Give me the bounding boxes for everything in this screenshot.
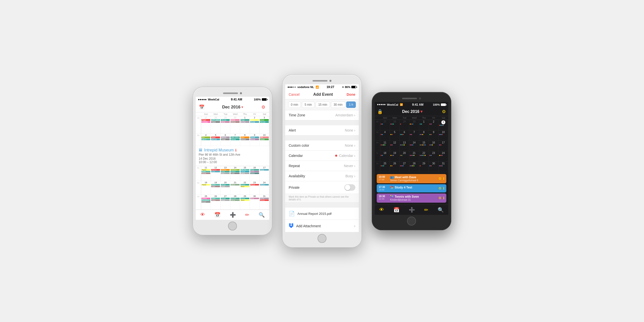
cal-day-dec7[interactable]: 7 JEK-CPH Noma <box>230 134 240 146</box>
phone3-month-title[interactable]: Dec 2016 ▾ <box>402 109 422 114</box>
event-gear-study[interactable]: ⚙ <box>438 186 442 190</box>
cal-day-dec12[interactable]: 12 Pack E Conc <box>211 166 220 181</box>
cal-day-nov28[interactable]: 28 CPT-AMS Table <box>211 116 220 133</box>
repeat-row[interactable]: Repeat Never › <box>285 161 359 171</box>
cal-day-dec9[interactable]: 9 Devel Movie <box>250 134 260 146</box>
dark-day-nov30[interactable]: 30 <box>409 120 419 130</box>
cal-day-dec31[interactable]: 31 A-Fus Phone <box>260 195 269 209</box>
dark-day-dec4[interactable]: 4 <box>380 130 390 140</box>
dark-day-nov29[interactable]: 29 <box>400 120 409 130</box>
nav-calendar[interactable]: 📅 <box>214 212 220 218</box>
phone3-settings-icon[interactable]: ⚙ <box>442 109 446 114</box>
dark-day-dec30[interactable]: 30 <box>429 162 438 172</box>
event-info-btn-tennis[interactable]: ℹ <box>443 196 444 200</box>
cal-day-dec14[interactable]: 14 Caledon Shopp Casb <box>230 166 240 181</box>
event-card-study[interactable]: 17:30 19:00 📚 Study 4 Test ⚙ ℹ <box>377 184 446 192</box>
dark-day-dec15[interactable]: 15 <box>419 141 429 151</box>
cal-day-dec17[interactable]: 17 Study <box>260 166 269 181</box>
p3-nav-add[interactable]: ➕ <box>409 207 415 213</box>
cal-day-dec27[interactable]: 27 Shopp Plane <box>220 195 230 209</box>
chip-0min[interactable]: 0 min <box>288 102 301 108</box>
private-toggle[interactable] <box>344 184 355 191</box>
event-info-btn-study[interactable]: ℹ <box>443 186 444 190</box>
p3-nav-edit[interactable]: ✏ <box>424 207 428 213</box>
cal-day-dec16[interactable]: 16 Kaap Lemo Harbo <box>250 166 260 181</box>
dark-day-dec8[interactable]: 8 <box>419 130 429 140</box>
cal-day-dec13[interactable]: 13 Holiday Hotel City T <box>220 166 230 181</box>
cal-day-dec11[interactable]: 11 Payda Platfo Tennis <box>201 166 211 181</box>
calendar-icon-left[interactable]: 📅 <box>198 104 205 111</box>
cal-day-dec18[interactable]: 18 Payda <box>201 181 211 194</box>
dark-day-dec10[interactable]: 10 <box>438 130 448 140</box>
alert-row[interactable]: Alert None › <box>285 125 359 136</box>
availability-row[interactable]: Availability Busy › <box>285 171 359 181</box>
event-info-btn-meet[interactable]: ℹ <box>443 176 444 180</box>
phone1-month-title[interactable]: Dec 2016 ▾ <box>222 105 243 110</box>
event-detail-card[interactable]: 🏛 Intrepid Museum ℹ Pier 86 W 46th St an… <box>196 146 269 166</box>
cal-day-dec21[interactable]: 21 Dinne <box>230 181 240 194</box>
dark-day-dec12[interactable]: 12 <box>390 141 400 151</box>
event-gear-meet[interactable]: ⚙ <box>438 176 442 180</box>
dark-day-dec21[interactable]: 21 <box>409 151 419 161</box>
chip-30min[interactable]: 30 min <box>331 102 345 108</box>
phone3-home-button[interactable] <box>407 216 416 226</box>
dark-day-dec11[interactable]: 11 <box>380 141 390 151</box>
cal-day-dec22[interactable]: 22 Tennis Noori <box>240 181 250 194</box>
cal-day-dec4[interactable]: 4 Pro Car C <box>201 134 211 146</box>
dark-day-dec23[interactable]: 23 <box>429 151 438 161</box>
dark-day-dec2[interactable]: 2 <box>429 120 438 130</box>
dark-day-dec22[interactable]: 22 <box>419 151 429 161</box>
event-gear-tennis[interactable]: ⚙ <box>438 196 442 200</box>
dark-day-dec20[interactable]: 20 <box>400 151 409 161</box>
dark-day-dec27[interactable]: 27 <box>400 162 409 172</box>
dark-day-dec9[interactable]: 9 <box>429 130 438 140</box>
custom-color-row[interactable]: Custom color None › <box>285 140 359 151</box>
cal-day-dec8[interactable]: 8 Kitra Return <box>240 134 250 146</box>
cal-day-dec5[interactable]: 5 Meet IPO M <box>211 134 220 146</box>
dark-day-dec28[interactable]: 28 <box>409 162 419 172</box>
cal-day-dec30[interactable]: 30 Wine <box>250 195 260 209</box>
dark-day-dec24[interactable]: 24 <box>438 151 448 161</box>
dark-day-dec1[interactable]: 1 <box>419 120 429 130</box>
event-card-tennis[interactable]: 19:30 22:30 🎾 Tennis with Sven Kinderdij… <box>377 194 446 203</box>
dark-day-dec7[interactable]: 7 <box>409 130 419 140</box>
nav-search[interactable]: 🔍 <box>258 212 265 218</box>
nav-add[interactable]: ➕ <box>230 212 236 218</box>
cal-day-dec23[interactable]: 23 Phone <box>250 181 260 194</box>
dark-day-dec25[interactable]: 25 <box>380 162 390 172</box>
phone2-home-button[interactable] <box>318 234 326 243</box>
add-attachment-row[interactable]: Add Attachment › <box>285 220 359 232</box>
chip-15min[interactable]: 15 min <box>316 102 330 108</box>
cal-day-nov29[interactable]: 29 Tennis Wine <box>220 116 230 133</box>
event-card-meet-dave[interactable]: 10:00 17:00 👥 Meet with Dave Simon Carmi… <box>377 174 446 183</box>
cal-day-dec1[interactable]: 1 Train A-Fus <box>240 116 250 133</box>
cal-day-dec15[interactable]: 15 Villa Ga Canoe Kalink <box>240 166 250 181</box>
dark-day-dec14[interactable]: 14 <box>409 141 419 151</box>
cal-day-dec3[interactable]: 3 Meet Tennis <box>260 116 269 133</box>
phone1-home-button[interactable] <box>228 222 237 230</box>
cal-day-dec10[interactable]: 10 Pill Apple <box>260 134 269 146</box>
chip-1h[interactable]: 1 h <box>346 102 356 108</box>
p3-nav-search[interactable]: 🔍 <box>438 207 444 213</box>
dark-day-nov27[interactable]: 27 <box>380 120 390 130</box>
cal-day-dec19[interactable]: 19 Trans Cape <box>211 181 220 194</box>
dark-day-dec13[interactable]: 13 <box>400 141 409 151</box>
nav-edit[interactable]: ✏ <box>245 212 250 218</box>
cal-day-dec29[interactable]: 29 Tennis Noori <box>240 195 250 209</box>
settings-icon[interactable]: ⚙ <box>260 104 267 111</box>
add-attachment-label[interactable]: Add Attachment <box>296 224 321 228</box>
cal-day-dec28[interactable]: 28 Flt CPT Dinne <box>230 195 240 209</box>
cancel-button[interactable]: Cancel <box>289 92 300 96</box>
nav-eye[interactable]: 👁 <box>200 212 205 218</box>
cal-day-dec25[interactable]: 25 Holiday Plumwood Grand <box>201 195 211 209</box>
cal-day-nov30[interactable]: 30 Drink Dinne <box>230 116 240 133</box>
p3-nav-eye[interactable]: 👁 <box>379 207 384 213</box>
private-row[interactable]: Private <box>285 181 359 194</box>
dark-day-dec6[interactable]: 6 <box>400 130 409 140</box>
dark-day-dec16[interactable]: 16 <box>429 141 438 151</box>
dark-day-dec29[interactable]: 29 <box>419 162 429 172</box>
event-info-icon[interactable]: ℹ <box>235 148 236 152</box>
cal-day-nov27[interactable]: 27 Flight Holiday <box>201 116 211 133</box>
p3-nav-calendar[interactable]: 📅 <box>393 207 400 213</box>
cal-day-dec6[interactable]: 6 Belmo Gugo <box>220 134 230 146</box>
